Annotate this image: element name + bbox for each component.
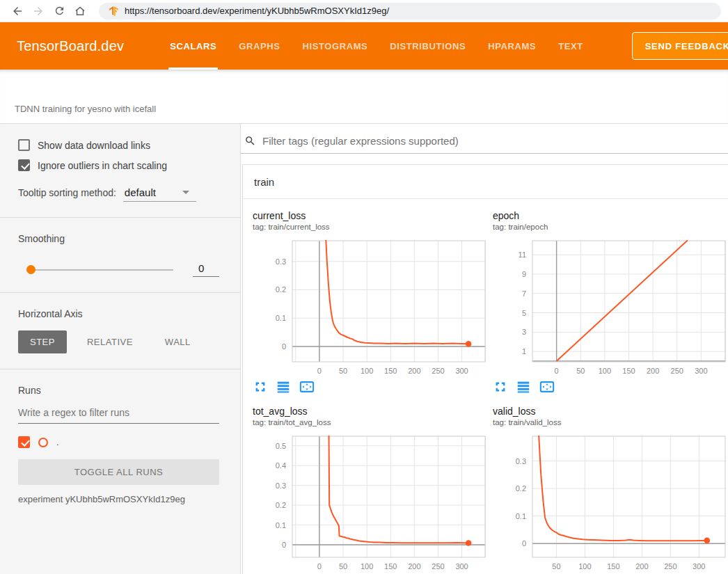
browser-toolbar: https://tensorboard.dev/experiment/yKUbh… bbox=[0, 0, 728, 22]
log-scale-icon[interactable] bbox=[516, 379, 531, 394]
tab-histograms[interactable]: HISTOGRAMS bbox=[291, 22, 379, 70]
runs-section: Runs . TOGGLE ALL RUNS experiment yKUbhb… bbox=[0, 369, 240, 520]
chart-title: tot_avg_loss bbox=[253, 406, 484, 417]
svg-text:3: 3 bbox=[522, 328, 526, 336]
chart-plot[interactable]: 05010015020025030000.10.20.3 bbox=[253, 236, 488, 375]
tab-text[interactable]: TEXT bbox=[547, 22, 594, 70]
fullscreen-icon[interactable] bbox=[253, 379, 268, 394]
svg-text:100: 100 bbox=[599, 367, 611, 375]
tab-hparams[interactable]: HPARAMS bbox=[477, 22, 547, 70]
fullscreen-icon[interactable] bbox=[493, 379, 508, 394]
back-icon[interactable] bbox=[7, 2, 28, 20]
svg-text:0.3: 0.3 bbox=[276, 481, 286, 490]
checkbox-row-ignore-outliers[interactable]: Ignore outliers in chart scaling bbox=[18, 159, 219, 171]
axis-button-step[interactable]: STEP bbox=[18, 330, 67, 353]
chart-tag: tag: train/valid_loss bbox=[493, 417, 724, 427]
checkbox-label: Ignore outliers in chart scaling bbox=[38, 160, 167, 171]
svg-text:0.3: 0.3 bbox=[516, 457, 526, 465]
svg-text:250: 250 bbox=[671, 367, 683, 375]
main-panel: train current_losstag: train/current_los… bbox=[241, 124, 728, 574]
tab-scalars[interactable]: SCALARS bbox=[159, 22, 228, 70]
checkbox-ignore-outliers[interactable] bbox=[18, 159, 30, 171]
log-scale-icon[interactable] bbox=[276, 379, 291, 394]
experiment-title-band: TDNN training for yesno with icefall bbox=[0, 70, 728, 124]
svg-text:100: 100 bbox=[361, 367, 373, 375]
checkbox-row-show-download-links[interactable]: Show data download links bbox=[18, 139, 219, 151]
svg-text:0: 0 bbox=[282, 541, 286, 549]
fit-domain-icon[interactable] bbox=[299, 379, 315, 394]
tensorboard-favicon-icon bbox=[109, 6, 119, 16]
tooltip-sorting-label: Tooltip sorting method: bbox=[18, 187, 116, 198]
chart-actions bbox=[493, 379, 724, 394]
send-feedback-button[interactable]: SEND FEEDBACK bbox=[632, 32, 728, 60]
svg-text:0.3: 0.3 bbox=[276, 257, 286, 266]
axis-button-wall[interactable]: WALL bbox=[153, 330, 203, 353]
runs-filter-input[interactable] bbox=[18, 407, 219, 424]
reload-icon[interactable] bbox=[49, 2, 70, 20]
charts-grid: current_losstag: train/current_loss05010… bbox=[243, 199, 728, 574]
tag-group-card: train current_losstag: train/current_los… bbox=[242, 164, 728, 574]
url-text: https://tensorboard.dev/experiment/yKUbh… bbox=[125, 6, 389, 16]
chart-card-valid_loss: valid_losstag: train/valid_loss501001502… bbox=[493, 406, 724, 574]
tab-distributions[interactable]: DISTRIBUTIONS bbox=[379, 22, 477, 70]
svg-text:9: 9 bbox=[522, 270, 526, 278]
smoothing-slider-thumb[interactable] bbox=[26, 265, 35, 274]
svg-text:300: 300 bbox=[693, 562, 705, 571]
svg-text:250: 250 bbox=[432, 367, 444, 375]
home-icon[interactable] bbox=[70, 2, 90, 20]
chart-plot[interactable]: 5010015020025030000.10.20.3 bbox=[493, 431, 728, 571]
chart-title: current_loss bbox=[253, 210, 484, 221]
app-header: TensorBoard.dev SCALARSGRAPHSHISTOGRAMSD… bbox=[0, 22, 728, 70]
svg-text:0.2: 0.2 bbox=[276, 501, 286, 509]
run-checkbox[interactable] bbox=[18, 436, 30, 448]
checkbox-show-download-links[interactable] bbox=[18, 139, 30, 151]
general-settings-section: Show data download linksIgnore outliers … bbox=[0, 124, 240, 218]
svg-text:250: 250 bbox=[664, 562, 676, 571]
axis-button-relative[interactable]: RELATIVE bbox=[75, 330, 145, 353]
svg-text:0: 0 bbox=[555, 367, 559, 375]
smoothing-value[interactable]: 0 bbox=[193, 262, 219, 277]
svg-text:150: 150 bbox=[384, 562, 397, 571]
fit-domain-icon[interactable] bbox=[539, 379, 555, 394]
run-color-swatch-icon bbox=[38, 438, 48, 447]
tooltip-sorting-row: Tooltip sorting method: default bbox=[18, 186, 219, 202]
svg-text:250: 250 bbox=[432, 562, 444, 571]
tag-filter-row bbox=[241, 135, 728, 154]
tag-filter-input[interactable] bbox=[262, 135, 728, 147]
nav-tabs: SCALARSGRAPHSHISTOGRAMSDISTRIBUTIONSHPAR… bbox=[159, 22, 594, 70]
svg-text:50: 50 bbox=[576, 367, 585, 375]
chart-plot[interactable]: 0501001502002503001357911 bbox=[493, 236, 728, 375]
toggle-all-runs-button[interactable]: TOGGLE ALL RUNS bbox=[18, 459, 219, 485]
svg-text:0.4: 0.4 bbox=[276, 461, 286, 470]
smoothing-slider[interactable] bbox=[26, 269, 173, 271]
chart-plot[interactable]: 05010015020025030000.10.20.30.40.5 bbox=[253, 431, 488, 571]
checkbox-label: Show data download links bbox=[38, 140, 150, 151]
tag-group-header[interactable]: train bbox=[243, 165, 728, 199]
svg-text:0.1: 0.1 bbox=[276, 314, 286, 322]
chevron-down-icon bbox=[182, 191, 189, 194]
tooltip-sorting-select[interactable]: default bbox=[123, 186, 196, 202]
chart-title: valid_loss bbox=[493, 406, 724, 417]
experiment-title: TDNN training for yesno with icefall bbox=[15, 104, 156, 114]
svg-text:11: 11 bbox=[519, 250, 526, 259]
svg-text:150: 150 bbox=[384, 367, 397, 375]
tooltip-sorting-value: default bbox=[125, 186, 156, 198]
horizontal-axis-buttons: STEPRELATIVEWALL bbox=[18, 330, 219, 353]
runs-label: Runs bbox=[18, 385, 219, 396]
svg-text:7: 7 bbox=[522, 289, 526, 298]
chart-tag: tag: train/epoch bbox=[493, 222, 724, 232]
svg-text:0.2: 0.2 bbox=[516, 484, 526, 493]
address-bar[interactable]: https://tensorboard.dev/experiment/yKUbh… bbox=[99, 3, 721, 19]
svg-text:1: 1 bbox=[522, 347, 526, 356]
chart-card-tot_avg_loss: tot_avg_losstag: train/tot_avg_loss05010… bbox=[253, 406, 484, 574]
svg-text:5: 5 bbox=[522, 309, 526, 317]
run-row[interactable]: . bbox=[18, 436, 219, 448]
smoothing-section: Smoothing 0 bbox=[0, 218, 240, 293]
svg-text:0.5: 0.5 bbox=[276, 442, 286, 450]
svg-text:0.1: 0.1 bbox=[276, 521, 286, 529]
svg-text:0: 0 bbox=[317, 367, 322, 375]
svg-text:0.1: 0.1 bbox=[516, 512, 526, 520]
svg-text:200: 200 bbox=[408, 367, 420, 375]
tab-graphs[interactable]: GRAPHS bbox=[228, 22, 291, 70]
forward-icon[interactable] bbox=[28, 2, 49, 20]
